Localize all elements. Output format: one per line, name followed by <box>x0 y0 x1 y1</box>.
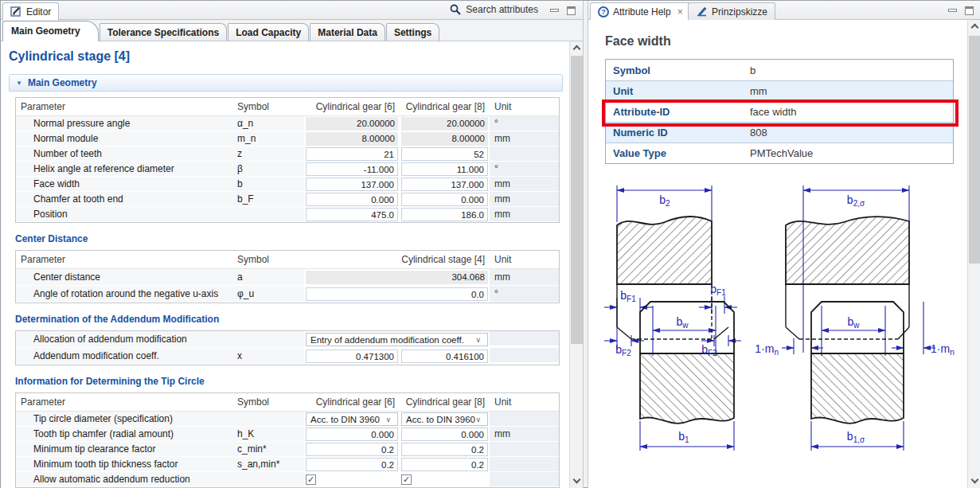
value-input[interactable]: 475.0 <box>306 208 398 221</box>
minimize-button[interactable] <box>548 5 560 16</box>
view-tab-attribute-help[interactable]: ? Attribute Help × <box>590 2 691 20</box>
help-scrollbar[interactable] <box>967 20 980 488</box>
tab-material-data[interactable]: Material Data <box>310 23 385 41</box>
checkmark-icon: ✓ <box>403 474 410 484</box>
value-input[interactable]: 0.0 <box>306 287 488 301</box>
search-icon <box>450 4 461 15</box>
tab-label: Main Geometry <box>11 25 80 37</box>
attribute-value: 808 <box>750 127 953 139</box>
value-input[interactable]: 137.000 <box>401 178 488 191</box>
allocation-dropdown[interactable]: Entry of addendum modification coeff. ∨ <box>306 333 488 346</box>
attribute-label: Value Type <box>613 147 750 159</box>
table-row: Helix angle at reference diameter β -11.… <box>16 162 559 177</box>
editor-view-tabbar: Editor Search attributes <box>1 1 583 20</box>
unit-cell <box>490 412 559 427</box>
value-input[interactable]: 0.000 <box>401 193 488 206</box>
symbol-label: φ_u <box>232 286 304 303</box>
editor-content: Cylindrical stage [4] ▼ Main Geometry Pa… <box>1 41 569 488</box>
table-row: Face width b 137.000 137.000 mm <box>16 177 559 192</box>
table-row: Angle of rotation around the negative u-… <box>16 286 559 303</box>
value-input[interactable]: -11.000 <box>306 162 398 176</box>
unit-cell: ° <box>490 162 559 177</box>
value-input[interactable]: 0.000 <box>401 427 488 441</box>
table-row: Minimum tooth tip thickness factor s_an,… <box>16 457 559 472</box>
dim-label-b2: b2 <box>659 193 670 208</box>
checkbox-gear6[interactable]: ✓ <box>306 474 316 485</box>
column-header: Parameter <box>16 98 232 116</box>
minimize-icon <box>550 9 559 12</box>
value-input[interactable]: 0.2 <box>306 458 398 471</box>
table-row: Allocation of addendum modification Entr… <box>16 331 559 348</box>
value-input[interactable]: 0.000 <box>306 193 398 206</box>
value-input[interactable]: 186.0 <box>401 208 488 221</box>
tip-diameter-dropdown-gear6[interactable]: Acc. to DIN 3960 ∨ <box>306 412 398 426</box>
value-input[interactable]: 0.416100 <box>401 349 488 363</box>
scrollbar-thumb[interactable] <box>969 36 980 264</box>
value-input[interactable]: 0.000 <box>306 427 398 441</box>
value-input[interactable]: 21 <box>306 147 398 161</box>
maximize-icon <box>965 6 974 15</box>
maximize-button[interactable] <box>962 5 975 16</box>
symbol-label: h_K <box>232 427 304 442</box>
scroll-down-icon[interactable] <box>573 476 581 484</box>
question-circle-icon: ? <box>598 6 609 18</box>
minimize-button[interactable] <box>946 5 959 16</box>
dim-label-mn-right: 1·mn <box>931 342 955 357</box>
column-header: Unit <box>490 393 559 412</box>
value-input[interactable]: 52 <box>401 147 488 161</box>
symbol-label: z <box>232 146 304 162</box>
table-row: Symbol b <box>606 60 953 80</box>
table-row: Value Type PMTechValue <box>606 142 953 163</box>
column-header: Symbol <box>232 98 304 116</box>
value-input[interactable]: 0.2 <box>306 443 398 456</box>
value-input[interactable]: 0.2 <box>401 458 488 471</box>
tab-label: Tolerance Specifications <box>107 27 220 38</box>
attribute-label: Numeric ID <box>613 127 750 139</box>
scroll-down-icon[interactable] <box>971 476 979 484</box>
value-readonly: 20.00000 <box>401 117 488 131</box>
symbol-label: s_an,min* <box>232 457 304 472</box>
value-input[interactable]: 0.2 <box>401 443 488 456</box>
table-header-row: Parameter Symbol Cylindrical gear [6] Cy… <box>16 393 559 412</box>
attribute-value: mm <box>750 85 953 97</box>
symbol-label <box>232 331 304 348</box>
param-label: Addendum modification coeff. <box>16 348 232 365</box>
attribute-title: Face width <box>605 34 967 49</box>
symbol-label <box>232 412 304 427</box>
tab-load-capacity[interactable]: Load Capacity <box>228 23 309 41</box>
search-attributes-control[interactable]: Search attributes <box>450 4 538 15</box>
value-input[interactable]: 137.000 <box>306 178 398 191</box>
center-distance-table: Parameter Symbol Cylindrical stage [4] U… <box>15 250 560 303</box>
symbol-label <box>232 472 304 487</box>
tab-settings[interactable]: Settings <box>386 23 439 41</box>
value-input[interactable]: 0.471300 <box>306 349 398 363</box>
view-tab-prinzipskizze[interactable]: Prinzipskizze <box>688 2 775 20</box>
column-header: Symbol <box>232 393 304 412</box>
maximize-button[interactable] <box>564 5 577 16</box>
unit-cell <box>490 331 559 346</box>
table-row: Normal module m_n 8.00000 8.00000 mm <box>16 131 559 146</box>
scroll-up-icon[interactable] <box>971 24 979 32</box>
dropdown-value: Acc. to DIN 3960 <box>406 413 475 426</box>
symbol-label: m_n <box>232 131 304 146</box>
checkbox-gear8[interactable]: ✓ <box>401 474 412 485</box>
value-input[interactable]: 11.000 <box>401 162 488 176</box>
param-label: Minimum tooth tip thickness factor <box>16 457 232 472</box>
view-tab-editor[interactable]: Editor <box>2 2 59 20</box>
close-icon[interactable]: × <box>677 6 683 18</box>
tab-label: Settings <box>394 27 431 38</box>
section-main-geometry[interactable]: ▼ Main Geometry <box>9 74 563 92</box>
editor-scrollbar[interactable] <box>569 41 583 488</box>
scroll-up-icon[interactable] <box>573 45 581 53</box>
symbol-label: b_F <box>232 192 304 207</box>
tip-diameter-dropdown-gear8[interactable]: Acc. to DIN 3960 ∨ <box>401 412 488 426</box>
editor-page-tabbar: Main Geometry Tolerance Specifications L… <box>1 20 583 41</box>
tab-tolerance-specifications[interactable]: Tolerance Specifications <box>100 23 228 41</box>
tab-main-geometry[interactable]: Main Geometry <box>2 21 99 41</box>
param-label: Center distance <box>16 269 232 286</box>
table-header-row: Parameter Symbol Cylindrical gear [6] Cy… <box>16 98 559 116</box>
param-label: Position <box>16 207 232 222</box>
scrollbar-thumb[interactable] <box>571 56 583 344</box>
attribute-help-pane: ? Attribute Help × Prinzipskizze Face wi… <box>588 1 980 488</box>
symbol-label: c_min* <box>232 442 304 457</box>
